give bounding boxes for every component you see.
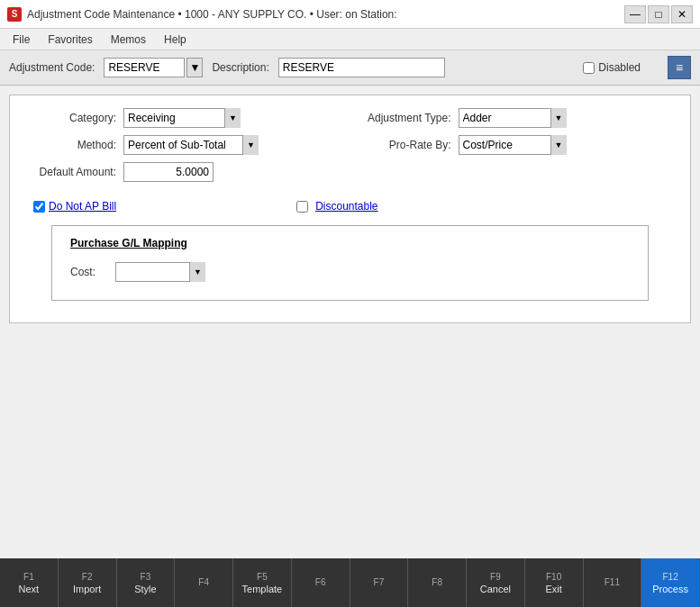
fkey-f11-num: F11 <box>605 577 620 587</box>
fkey-f11[interactable]: F11 <box>584 558 642 607</box>
fkey-f2-label: Import <box>73 584 101 594</box>
fkey-f4[interactable]: F4 <box>175 558 233 607</box>
fkey-f12-label: Process <box>652 584 688 594</box>
adjustment-type-select[interactable]: Adder Deductor <box>459 108 567 128</box>
fkey-f8-num: F8 <box>432 577 442 587</box>
fkey-f1[interactable]: F1 Next <box>0 558 59 607</box>
close-button[interactable]: ✕ <box>671 5 693 23</box>
method-select[interactable]: Percent of Sub-Total Fixed Amount <box>123 135 259 155</box>
discountable-row: Discountable <box>296 200 377 213</box>
cost-select-wrap: ▼ <box>115 262 205 282</box>
pro-rate-by-row: Pro-Rate By: Cost/Price Weight Quantity … <box>359 135 677 155</box>
category-select-wrap: Receiving Shipping Other ▼ <box>123 108 241 128</box>
footer-bar: F1 Next F2 Import F3 Style F4 F5 Templat… <box>0 558 700 607</box>
grid-icon[interactable]: ≡ <box>668 56 691 79</box>
gl-mapping-title: Purchase G/L Mapping <box>70 237 630 249</box>
description-label: Description: <box>212 61 268 74</box>
cost-select[interactable] <box>115 262 205 282</box>
fkey-f9-label: Cancel <box>480 584 511 594</box>
main-content: Category: Receiving Shipping Other ▼ Met… <box>0 86 700 607</box>
adjustment-code-label: Adjustment Code: <box>9 61 95 74</box>
right-col: Adjustment Type: Adder Deductor ▼ Pro-Ra… <box>359 108 677 189</box>
fkey-f3-num: F3 <box>141 572 151 582</box>
fkey-f1-num: F1 <box>23 572 34 582</box>
do-not-ap-bill-checkbox[interactable] <box>33 201 45 213</box>
form-panel: Category: Receiving Shipping Other ▼ Met… <box>9 95 691 323</box>
adjustment-code-dropdown[interactable]: ▼ <box>186 58 203 77</box>
disabled-label[interactable]: Disabled <box>598 61 641 74</box>
discountable-label[interactable]: Discountable <box>315 200 377 213</box>
fkey-f12-num: F12 <box>663 572 678 582</box>
default-amount-row: Default Amount: <box>24 162 341 182</box>
method-label: Method: <box>24 139 123 151</box>
adjustment-code-input[interactable] <box>104 58 185 77</box>
method-select-wrap: Percent of Sub-Total Fixed Amount ▼ <box>123 135 259 155</box>
fkey-f10[interactable]: F10 Exit <box>525 558 584 607</box>
title-bar: S Adjustment Code Maintenance • 1000 - A… <box>0 0 700 29</box>
fkey-f2-num: F2 <box>82 572 93 582</box>
do-not-ap-bill-label[interactable]: Do Not AP Bill <box>49 200 116 213</box>
method-row: Method: Percent of Sub-Total Fixed Amoun… <box>24 135 341 155</box>
fkey-f6-num: F6 <box>315 577 326 587</box>
fkey-f3-label: Style <box>134 584 156 594</box>
menu-help[interactable]: Help <box>155 32 195 48</box>
fkey-f9-num: F9 <box>490 572 501 582</box>
fkey-f9[interactable]: F9 Cancel <box>467 558 525 607</box>
category-label: Category: <box>24 112 123 124</box>
disabled-wrap: Disabled <box>583 61 641 74</box>
fkey-f5-label: Template <box>242 584 283 594</box>
fkey-f10-label: Exit <box>545 584 561 594</box>
fkey-f5-num: F5 <box>257 572 268 582</box>
fkey-f4-num: F4 <box>198 577 209 587</box>
cost-label: Cost: <box>70 266 115 278</box>
menu-favorites[interactable]: Favorites <box>39 32 101 48</box>
fkey-f5[interactable]: F5 Template <box>233 558 292 607</box>
fkey-f12[interactable]: F12 Process <box>641 558 700 607</box>
menu-bar: File Favorites Memos Help <box>0 29 700 50</box>
do-not-ap-bill-row: Do Not AP Bill <box>33 200 116 213</box>
fkey-f10-num: F10 <box>546 572 561 582</box>
category-row: Category: Receiving Shipping Other ▼ <box>24 108 341 128</box>
default-amount-label: Default Amount: <box>24 166 123 178</box>
fkey-f3[interactable]: F3 Style <box>117 558 176 607</box>
pro-rate-by-label: Pro-Rate By: <box>359 139 459 151</box>
pro-rate-select-wrap: Cost/Price Weight Quantity ▼ <box>459 135 567 155</box>
fkey-f8[interactable]: F8 <box>408 558 467 607</box>
fkey-f6[interactable]: F6 <box>292 558 350 607</box>
left-col: Category: Receiving Shipping Other ▼ Met… <box>24 108 341 189</box>
default-amount-input[interactable] <box>123 162 214 182</box>
menu-memos[interactable]: Memos <box>102 32 155 48</box>
fkey-f7-num: F7 <box>374 577 385 587</box>
adjustment-type-row: Adjustment Type: Adder Deductor ▼ <box>359 108 677 128</box>
toolbar: Adjustment Code: ▼ Description: Disabled… <box>0 50 700 86</box>
menu-file[interactable]: File <box>4 32 39 48</box>
title-text: Adjustment Code Maintenance • 1000 - ANY… <box>27 8 624 21</box>
disabled-checkbox[interactable] <box>583 62 595 74</box>
cost-row: Cost: ▼ <box>70 262 630 282</box>
app-icon: S <box>7 7 22 22</box>
fkey-f7[interactable]: F7 <box>350 558 409 607</box>
description-input[interactable] <box>278 58 445 77</box>
category-select[interactable]: Receiving Shipping Other <box>123 108 241 128</box>
gl-mapping-box: Purchase G/L Mapping Cost: ▼ <box>51 225 649 301</box>
discountable-checkbox[interactable] <box>296 201 308 213</box>
minimize-button[interactable]: — <box>624 5 646 23</box>
adjustment-type-label: Adjustment Type: <box>359 112 459 124</box>
form-row-1: Category: Receiving Shipping Other ▼ Met… <box>24 108 676 189</box>
fkey-f2[interactable]: F2 Import <box>59 558 117 607</box>
adjustment-type-select-wrap: Adder Deductor ▼ <box>459 108 567 128</box>
window-controls: — □ ✕ <box>624 5 693 23</box>
fkey-f1-label: Next <box>19 584 40 594</box>
adjustment-code-field-wrap: ▼ <box>104 58 203 77</box>
restore-button[interactable]: □ <box>648 5 669 23</box>
pro-rate-select[interactable]: Cost/Price Weight Quantity <box>459 135 567 155</box>
